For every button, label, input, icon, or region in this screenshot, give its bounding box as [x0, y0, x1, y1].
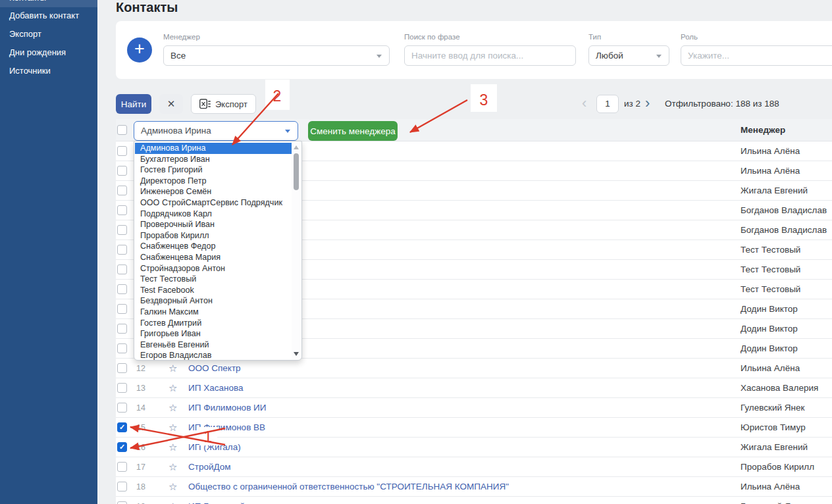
- page-number-input[interactable]: 1: [596, 95, 619, 113]
- favorite-star-icon[interactable]: ☆: [169, 477, 177, 497]
- manager-dropdown-option[interactable]: Директоров Петр: [135, 176, 292, 187]
- table-row: 17 ☆ СтройДом Прорабов Кирилл: [116, 457, 832, 477]
- contact-name-link[interactable]: ИП Хасанова: [188, 378, 243, 398]
- manager-dropdown-option[interactable]: Снабженцева Мария: [135, 252, 292, 263]
- dropdown-scrollbar[interactable]: [292, 142, 301, 359]
- row-manager: Ильина Алёна: [741, 141, 800, 161]
- manager-dropdown-option[interactable]: ООО СтройСмартСервис Подрядчик: [135, 197, 292, 209]
- row-checkbox[interactable]: [117, 146, 127, 156]
- sidebar-item[interactable]: Дни рождения: [0, 43, 97, 62]
- add-contact-button[interactable]: +: [127, 38, 152, 63]
- row-checkbox[interactable]: [117, 363, 127, 373]
- row-manager: Ильина Алёна: [741, 359, 800, 378]
- table-row: 14 ☆ ИП Филимонов ИИ Гулевский Янек: [116, 398, 832, 418]
- bulk-manager-select-value: Админова Ирина: [141, 126, 211, 136]
- manager-dropdown-option[interactable]: Админова Ирина: [135, 143, 292, 154]
- export-button-label: Экспорт: [215, 99, 247, 109]
- manager-dropdown-option[interactable]: Галкин Максим: [135, 307, 292, 318]
- scrollbar-thumb[interactable]: [294, 153, 299, 190]
- row-checkbox[interactable]: [117, 383, 127, 393]
- manager-dropdown-option[interactable]: Бездворный Антон: [135, 295, 292, 307]
- row-checkbox[interactable]: [117, 422, 127, 432]
- row-checkbox[interactable]: [117, 462, 127, 472]
- bulk-manager-select[interactable]: Админова Ирина: [134, 121, 298, 141]
- manager-dropdown-option[interactable]: Гостев Дмитрий: [135, 318, 292, 329]
- row-manager: Додин Виктор: [741, 319, 798, 339]
- select-all-checkbox[interactable]: [117, 125, 127, 135]
- manager-filter-label: Менеджер: [163, 33, 200, 41]
- type-filter-select[interactable]: Любой: [588, 45, 669, 66]
- row-checkbox[interactable]: [117, 403, 127, 413]
- row-checkbox[interactable]: [117, 304, 127, 314]
- manager-dropdown-option[interactable]: Гостев Григорий: [135, 164, 292, 176]
- next-page-button[interactable]: ›: [645, 94, 650, 113]
- favorite-star-icon[interactable]: ☆: [169, 398, 177, 418]
- chevron-right-icon: ›: [645, 95, 650, 111]
- contact-name-link[interactable]: ИП Гулевский: [188, 497, 245, 504]
- row-checkbox[interactable]: [117, 166, 127, 176]
- row-manager: Хасанова Валерия: [741, 378, 818, 398]
- manager-dropdown-option[interactable]: Инженеров Семён: [135, 186, 292, 197]
- row-checkbox[interactable]: [117, 284, 127, 294]
- annotation-label-box: [265, 80, 290, 110]
- manager-dropdown-option[interactable]: Стройнадзоров Антон: [135, 263, 292, 274]
- manager-dropdown-option[interactable]: Подрядчиков Карл: [135, 209, 292, 220]
- clear-filters-button[interactable]: ✕: [159, 94, 183, 114]
- row-checkbox[interactable]: [117, 442, 127, 452]
- manager-filter-select[interactable]: Все: [163, 45, 390, 66]
- find-button[interactable]: Найти: [116, 94, 151, 114]
- annotation-step-2: 2: [273, 88, 282, 105]
- row-checkbox[interactable]: [117, 245, 127, 255]
- manager-dropdown-option[interactable]: Проверочный Иван: [135, 219, 292, 230]
- change-manager-button[interactable]: Сменить менеджера: [308, 121, 398, 141]
- chevron-down-icon: [656, 55, 662, 58]
- manager-dropdown-list: Админова Ирина Бухгалтеров Иван Гостев Г…: [134, 141, 302, 361]
- manager-dropdown-option[interactable]: Евгеньёв Евгений: [135, 340, 292, 351]
- row-checkbox[interactable]: [117, 482, 127, 491]
- row-checkbox[interactable]: [117, 225, 127, 235]
- role-input[interactable]: [681, 45, 832, 66]
- row-manager: Додин Виктор: [741, 299, 798, 319]
- scroll-down-icon[interactable]: [294, 352, 299, 356]
- contact-name-link[interactable]: ИП (Жигала): [188, 438, 241, 457]
- contact-name-link[interactable]: Общество с ограниченной ответственностью…: [188, 477, 509, 497]
- search-input[interactable]: [404, 45, 576, 66]
- row-manager: Додин Виктор: [741, 339, 798, 359]
- row-manager: Тест Тестовый: [741, 240, 800, 260]
- contact-name-link[interactable]: СтройДом: [188, 457, 231, 477]
- contact-name-link[interactable]: ИП Филимонов ИИ: [188, 398, 266, 418]
- manager-dropdown-option[interactable]: Григорьев Иван: [135, 328, 292, 340]
- plus-icon: +: [134, 39, 145, 59]
- row-checkbox[interactable]: [117, 343, 127, 353]
- manager-dropdown-option[interactable]: Test Facebook: [135, 285, 292, 296]
- manager-dropdown-option[interactable]: Егоров Владислав: [135, 350, 292, 361]
- favorite-star-icon[interactable]: ☆: [169, 457, 177, 477]
- row-checkbox[interactable]: [117, 205, 127, 215]
- favorite-star-icon[interactable]: ☆: [169, 418, 177, 438]
- favorite-star-icon[interactable]: ☆: [169, 497, 177, 504]
- manager-dropdown-option[interactable]: Тест Тестовый: [135, 274, 292, 285]
- manager-dropdown-option[interactable]: Снабженцев Федор: [135, 241, 292, 252]
- row-checkbox[interactable]: [117, 324, 127, 334]
- row-checkbox[interactable]: [117, 186, 127, 195]
- row-checkbox[interactable]: [117, 501, 127, 504]
- contact-name-link[interactable]: ИП Филимонов ВВ: [188, 418, 265, 438]
- favorite-star-icon[interactable]: ☆: [169, 378, 177, 398]
- chevron-left-icon: ‹: [582, 95, 586, 111]
- contact-name-link[interactable]: ООО Спектр: [188, 359, 241, 378]
- manager-dropdown-option[interactable]: Прорабов Кирилл: [135, 230, 292, 241]
- export-button[interactable]: Экспорт: [191, 94, 256, 114]
- row-checkbox[interactable]: [117, 265, 127, 274]
- sidebar-item[interactable]: Добавить контакт: [0, 7, 97, 25]
- favorite-star-icon[interactable]: ☆: [169, 438, 177, 457]
- chevron-down-icon: [377, 55, 382, 58]
- scroll-up-icon[interactable]: [294, 145, 299, 149]
- favorite-star-icon[interactable]: ☆: [169, 359, 177, 378]
- manager-dropdown-option[interactable]: Бухгалтеров Иван: [135, 154, 292, 165]
- row-manager: Прорабов Кирилл: [741, 457, 814, 477]
- sidebar-item[interactable]: Источники: [0, 62, 97, 80]
- prev-page-button[interactable]: ‹: [582, 94, 586, 113]
- row-manager: Тест Тестовый: [741, 280, 800, 299]
- search-label: Поиск по фразе: [404, 33, 460, 41]
- sidebar-item[interactable]: Экспорт: [0, 25, 97, 43]
